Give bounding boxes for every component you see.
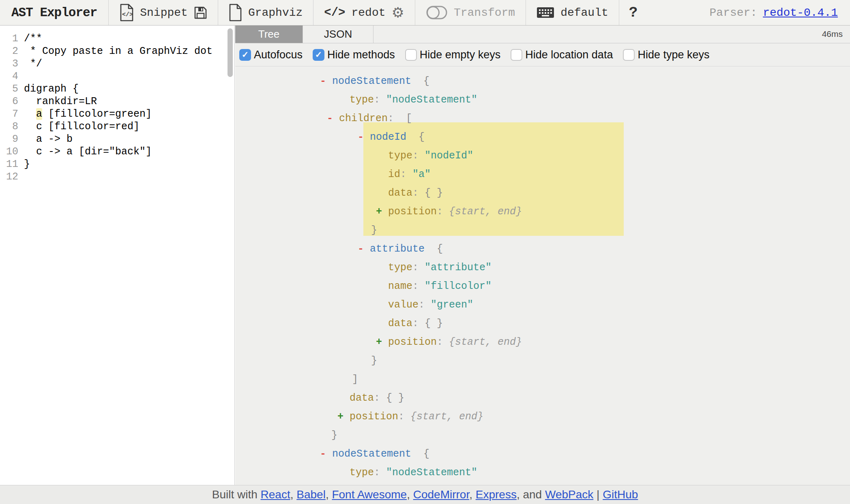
code-text: digraph { [24,83,79,95]
tree-row[interactable]: name: "fillcolor" [235,277,850,296]
tree-row[interactable]: type: "nodeStatement" [235,463,850,482]
punctuation: } [371,355,377,367]
footer-link-github[interactable]: GitHub [603,488,638,501]
footer-link-express[interactable]: Express [476,488,517,501]
checkbox-hide-methods[interactable]: ✓Hide methods [313,49,395,61]
transform-toggle-button[interactable]: Transform [415,0,526,25]
footer-text: , [407,488,413,501]
tree-row[interactable]: } [235,221,850,240]
punctuation: { [406,131,425,143]
expand-toggle-icon[interactable]: + [337,411,350,423]
punctuation: : [374,467,386,478]
tree-row[interactable]: type: "nodeId" [235,147,850,165]
checked-checkbox-icon[interactable]: ✓ [313,49,324,61]
tree-row[interactable]: type: "attribute" [235,258,850,277]
code-line: 5digraph { [0,83,234,95]
snippet-menu-button[interactable]: </> Snippet [109,0,218,25]
code-text: } [24,158,30,170]
checkbox-label: Hide location data [525,49,613,61]
parser-version-link[interactable]: redot-0.4.1 [763,6,838,19]
tree-rows: - nodeStatement {type: "nodeStatement"- … [235,72,850,482]
punctuation: : [374,392,386,404]
tree-row[interactable]: - attribute { [235,240,850,258]
unchecked-checkbox-icon[interactable] [623,49,635,61]
code-line: 2 * Copy paste in a GraphViz dot [0,45,234,58]
collapse-toggle-icon[interactable]: - [320,75,332,87]
checkbox-label: Hide methods [327,49,395,61]
property-string-value: "attribute" [425,262,492,273]
tree-row[interactable]: data: { } [235,314,850,333]
footer-link-codemirror[interactable]: CodeMirror [413,488,469,501]
checkbox-hide-location-data[interactable]: Hide location data [511,49,613,61]
tree-row[interactable]: ] [235,370,850,389]
parser-settings-gear-icon[interactable]: ⚙ [392,6,404,20]
line-number: 11 [0,158,18,171]
tab-tree[interactable]: Tree [235,26,303,43]
property-key: name [388,280,412,292]
checkbox-hide-type-keys[interactable]: Hide type keys [623,49,709,61]
code-line: 11} [0,158,234,171]
property-key: data [388,318,412,329]
punctuation: { } [386,392,404,404]
line-number: 8 [0,120,18,133]
unchecked-checkbox-icon[interactable] [405,49,417,61]
tree-row[interactable]: value: "green" [235,296,850,314]
tree-row[interactable]: + position: {start, end} [235,333,850,352]
editor-scrollbar-thumb[interactable] [228,28,233,77]
unchecked-checkbox-icon[interactable] [511,49,522,61]
category-menu-button[interactable]: Graphviz [218,0,313,25]
tree-row[interactable]: - children: [ [235,109,850,128]
code-line: 4 [0,70,234,83]
checkbox-autofocus[interactable]: ✓Autofocus [239,49,303,61]
save-icon[interactable] [194,6,207,19]
punctuation: : [388,113,400,124]
code-text: c -> a [dir="back"] [24,146,152,158]
punctuation: : [412,280,425,292]
code-editor[interactable]: 1/**2 * Copy paste in a GraphViz dot3 */… [0,26,235,485]
checked-checkbox-icon[interactable]: ✓ [239,49,251,61]
file-code-icon: </> [119,4,134,21]
collapse-toggle-icon[interactable]: - [358,131,370,143]
tree-row[interactable]: + position: {start, end} [235,408,850,426]
checkbox-label: Autofocus [254,49,303,61]
footer-text: , and [517,488,545,501]
toggle-off-icon [426,6,448,19]
property-key: type [388,262,412,273]
footer-text: , [326,488,332,501]
tab-json[interactable]: JSON [303,26,373,43]
footer-text: Built with [212,488,261,501]
tree-row[interactable]: } [235,426,850,445]
help-button[interactable]: ? [619,0,648,25]
tree-row[interactable]: type: "nodeStatement" [235,91,850,109]
tree-row[interactable]: data: { } [235,389,850,408]
property-key: type [388,150,412,162]
line-number: 3 [0,58,18,70]
parser-menu-button[interactable]: </> redot ⚙ [313,0,415,25]
highlighted-token: a [36,108,42,120]
node-type-name: nodeStatement [332,75,411,87]
footer-link-webpack[interactable]: WebPack [545,488,593,501]
svg-text:</>: </> [122,11,133,18]
punctuation: ] [352,374,358,385]
snippet-label: Snippet [140,6,188,19]
property-key: id [388,169,400,180]
tree-row[interactable]: - nodeStatement { [235,445,850,463]
keymap-menu-button[interactable]: default [526,0,619,25]
property-key: data [388,187,412,199]
expand-toggle-icon[interactable]: + [376,206,388,218]
property-key: type [350,94,374,106]
checkbox-hide-empty-keys[interactable]: Hide empty keys [405,49,501,61]
collapse-toggle-icon[interactable]: - [327,113,339,124]
tree-row[interactable]: } [235,352,850,370]
tree-row[interactable]: - nodeId { [235,128,850,147]
collapse-toggle-icon[interactable]: - [358,243,370,255]
tree-row[interactable]: id: "a" [235,165,850,184]
footer-link-babel[interactable]: Babel [296,488,326,501]
footer-link-react[interactable]: React [261,488,290,501]
expand-toggle-icon[interactable]: + [376,336,388,348]
footer-link-font-awesome[interactable]: Font Awesome [332,488,407,501]
tree-row[interactable]: data: { } [235,184,850,203]
tree-row[interactable]: - nodeStatement { [235,72,850,91]
tree-row[interactable]: + position: {start, end} [235,203,850,221]
collapse-toggle-icon[interactable]: - [320,448,332,460]
